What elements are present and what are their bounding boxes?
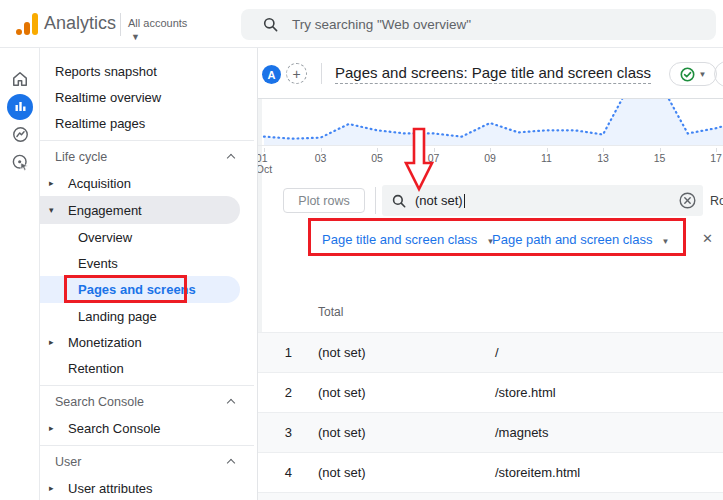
advertising-icon bbox=[11, 153, 30, 172]
plot-rows-button[interactable]: Plot rows bbox=[283, 188, 365, 213]
close-icon: ✕ bbox=[702, 231, 713, 246]
table-row-partial bbox=[258, 492, 723, 500]
nav-advertising-button[interactable] bbox=[0, 149, 40, 176]
triangle-right-icon[interactable]: ▸ bbox=[49, 483, 54, 493]
account-switcher[interactable]: All accounts ▼ bbox=[128, 13, 187, 42]
account-switcher-label: All accounts bbox=[128, 17, 187, 29]
axis-tick-label: 13 bbox=[597, 153, 609, 164]
analytics-logo-icon bbox=[16, 11, 40, 35]
circle-x-icon bbox=[679, 192, 696, 209]
sidebar-section-user[interactable]: User bbox=[40, 449, 257, 475]
table-search-value: (not set) bbox=[415, 193, 463, 208]
axis-tick-label: 09 bbox=[484, 153, 496, 164]
sidebar-item-engagement[interactable]: ▾Engagement bbox=[40, 196, 257, 224]
sidebar-item-search-console[interactable]: ▸Search Console bbox=[40, 415, 257, 441]
sidebar-item-reports-snapshot[interactable]: Reports snapshot bbox=[40, 58, 257, 84]
table-toolbar: Plot rows (not set) Ro bbox=[258, 185, 723, 216]
topbar: Analytics All accounts ▼ Try searching "… bbox=[0, 0, 723, 48]
page-title-cell: (not set) bbox=[292, 345, 495, 360]
row-index: 3 bbox=[285, 425, 292, 440]
clear-search-button[interactable] bbox=[669, 192, 696, 209]
page-path-cell: / bbox=[495, 345, 723, 360]
table-row: 2(not set)/store.html bbox=[258, 372, 723, 412]
toolbar-divider bbox=[375, 187, 376, 214]
sidebar-menu: Reports snapshotRealtime overviewRealtim… bbox=[40, 48, 258, 500]
triangle-down-icon[interactable]: ▾ bbox=[49, 205, 54, 215]
global-search-placeholder: Try searching "Web overview" bbox=[292, 17, 471, 32]
nav-home-button[interactable] bbox=[0, 65, 40, 92]
table-search-input[interactable]: (not set) bbox=[382, 185, 703, 216]
header-extra-button[interactable] bbox=[714, 61, 723, 87]
remove-dimension-button[interactable]: ✕ bbox=[702, 231, 713, 246]
secondary-dimension-dropdown[interactable]: Page path and screen class▼ bbox=[492, 232, 669, 247]
sidebar-item-pages-and-screens[interactable]: Pages and screens bbox=[40, 276, 257, 303]
search-icon bbox=[263, 17, 278, 32]
plus-icon: + bbox=[292, 66, 300, 82]
bar-chart-icon bbox=[14, 100, 27, 113]
sidebar-item-realtime-pages[interactable]: Realtime pages bbox=[40, 110, 257, 136]
sidebar-item-retention[interactable]: Retention bbox=[40, 355, 257, 381]
axis-tick-label: 11 bbox=[541, 153, 552, 164]
sidebar-item-monetization[interactable]: ▸Monetization bbox=[40, 329, 257, 355]
primary-dimension-dropdown[interactable]: Page title and screen class▼ bbox=[322, 232, 494, 247]
axis-tick-label: 03 bbox=[315, 153, 327, 164]
sidebar-item-acquisition[interactable]: ▸Acquisition bbox=[40, 170, 257, 196]
row-index: 4 bbox=[285, 465, 292, 480]
triangle-right-icon[interactable]: ▸ bbox=[49, 423, 54, 433]
sidebar-divider bbox=[40, 441, 257, 449]
report-panel: A + Pages and screens: Page title and sc… bbox=[258, 48, 723, 500]
page-path-cell: /magnets bbox=[495, 425, 723, 440]
chevron-up-icon bbox=[227, 459, 235, 467]
sidebar-divider bbox=[40, 381, 257, 389]
axis-tick-label: 17 bbox=[710, 153, 722, 164]
dimension-pickers: Page title and screen class▼ Page path a… bbox=[258, 222, 723, 258]
caret-down-icon: ▼ bbox=[661, 237, 669, 246]
sidebar-section-search-console[interactable]: Search Console bbox=[40, 389, 257, 415]
global-search-input[interactable]: Try searching "Web overview" bbox=[241, 9, 716, 40]
topbar-divider bbox=[120, 13, 121, 36]
page-title-cell: (not set) bbox=[292, 465, 495, 480]
check-circle-icon bbox=[680, 67, 695, 82]
chart-area: 01 Oct0305070911131517 bbox=[258, 99, 723, 175]
axis-tick-label: 07 bbox=[428, 153, 440, 164]
chevron-up-icon bbox=[227, 399, 235, 407]
page-title-cell: (not set) bbox=[292, 385, 495, 400]
report-header: A + Pages and screens: Page title and sc… bbox=[258, 48, 723, 99]
row-index: 1 bbox=[285, 345, 292, 360]
home-icon bbox=[10, 69, 30, 89]
page-path-cell: /store.html bbox=[495, 385, 723, 400]
timeseries-chart bbox=[258, 99, 723, 148]
table-row: 3(not set)/magnets bbox=[258, 412, 723, 452]
add-comparison-button[interactable]: + bbox=[286, 63, 307, 84]
sidebar-item-overview[interactable]: Overview bbox=[40, 224, 257, 250]
report-title: Pages and screens: Page title and screen… bbox=[335, 64, 651, 84]
header-divider bbox=[321, 63, 322, 84]
sidebar-item-realtime-overview[interactable]: Realtime overview bbox=[40, 84, 257, 110]
axis-tick-label: 01 Oct bbox=[258, 153, 272, 175]
chevron-up-icon bbox=[227, 154, 235, 162]
table-row: 1(not set)/ bbox=[258, 332, 723, 372]
sidebar-section-life-cycle[interactable]: Life cycle bbox=[40, 144, 257, 170]
rows-per-page-label[interactable]: Ro bbox=[710, 194, 723, 208]
sidebar-item-user-attributes[interactable]: ▸User attributes bbox=[40, 475, 257, 500]
sidebar-item-events[interactable]: Events bbox=[40, 250, 257, 276]
table-row: 4(not set)/storeitem.html bbox=[258, 452, 723, 492]
caret-down-icon: ▼ bbox=[699, 70, 707, 79]
caret-down-icon: ▼ bbox=[131, 32, 187, 42]
triangle-right-icon[interactable]: ▸ bbox=[49, 178, 54, 188]
nav-reports-button[interactable] bbox=[0, 93, 40, 120]
page-title-cell: (not set) bbox=[292, 425, 495, 440]
report-table: 1(not set)/2(not set)/store.html3(not se… bbox=[258, 332, 723, 500]
total-label: Total bbox=[318, 305, 343, 319]
report-status-button[interactable]: ▼ bbox=[669, 62, 717, 86]
search-icon bbox=[392, 194, 406, 208]
triangle-right-icon[interactable]: ▸ bbox=[49, 337, 54, 347]
axis-tick-label: 15 bbox=[654, 153, 666, 164]
brand-label: Analytics bbox=[44, 13, 116, 34]
nav-explore-button[interactable] bbox=[0, 121, 40, 148]
row-index: 2 bbox=[285, 385, 292, 400]
account-avatar[interactable]: A bbox=[262, 65, 281, 84]
secondary-dimension-label: Page path and screen class bbox=[492, 232, 652, 247]
primary-dimension-label: Page title and screen class bbox=[322, 232, 477, 247]
sidebar-item-landing-page[interactable]: Landing page bbox=[40, 303, 257, 329]
